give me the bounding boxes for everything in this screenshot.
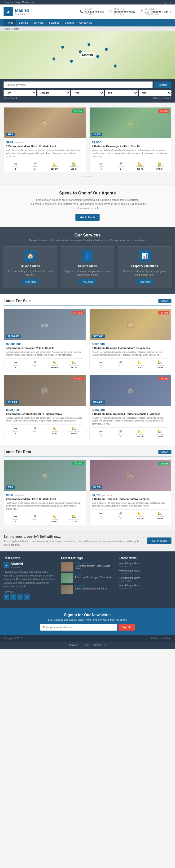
footer-news-3-title: News title goes here [119,577,171,579]
sale-property-3: 🏢 $370,000 For Sale $370,000 2 Bedroom R… [4,375,86,440]
footer-twitter-icon[interactable]: t [4,594,9,600]
nav-journal[interactable]: Journal [62,19,77,27]
footer-listing-1-price: $988 per month [75,562,114,565]
plot-icon: 📐 [45,514,64,518]
footer-nav-contact[interactable]: Contact Us [94,644,106,647]
services-title: Our Services [4,233,171,238]
rent-2-content: $1,760 per month 2 Bedroom Terraced Hous… [90,491,171,522]
footer-news-2-date: May 20, 2016 [119,572,171,575]
newsletter-signup-button[interactable]: Sign Up [118,624,135,630]
service-2-button[interactable]: Read More [79,279,96,284]
sell-title: Selling your property? Sell with us... [4,535,144,538]
footer-googleplus-icon[interactable]: g+ [17,594,23,600]
google-plus-icon[interactable]: g+ [165,1,168,4]
bottom-bar: Copyright © 2016 Built on WordPress [0,635,175,642]
sale-2-price-badge: $687,000 [91,335,105,338]
breadcrumb-home[interactable]: Home [4,28,10,30]
map-city-label: Madrid [80,53,95,58]
map-section[interactable]: Madrid [0,31,175,79]
plot-icon: 📐 [45,361,64,364]
latest-sale-header: Latest For Sale View All [4,299,171,306]
nav-features[interactable]: Features [46,19,62,27]
footer-news-1-date: May 20, 2016 [119,565,171,567]
bath-icon: 🚿 [111,512,130,515]
plot-icon: 📐 [131,512,149,515]
map-pin-4 [69,59,74,63]
bed-icon: 🛏 [92,361,111,364]
contact-location: 📍 Our Location Ctr. Principal + Edif. 7 … [140,8,171,16]
services-section: Our Services Please find more informatio… [0,227,175,294]
rent-1-price-badge: $988 [6,486,14,489]
latest-rent-view-all[interactable]: View All [158,450,171,454]
top-bar-contact[interactable]: Contact Us [22,1,34,4]
location-filter[interactable]: Location [37,90,70,96]
min-filter[interactable]: Min [105,90,138,96]
search-filters: City Location Type Min Max [4,90,171,96]
footer-news-3: News title goes here May 20, 2016 [119,577,171,582]
service-3-button[interactable]: Read More [136,279,153,284]
chart-icon: 📊 [141,253,148,259]
nav-services[interactable]: Services [31,19,46,27]
follow-label: Follow us: [4,590,56,593]
latest-sale-view-all[interactable]: View All [158,299,171,303]
property-2-plot: 📐 Plot Size 480 m² [131,162,149,170]
footer-listing-3-title: 2 Bedroom Refurbished Flat in... [75,587,114,590]
agent-contact-button[interactable]: Get in Touch [76,214,99,221]
living-icon-2: 🏡 [150,162,169,166]
search-bar: Search City Location Type Min Max Basic … [0,79,175,102]
home-icon: 🏠 [27,253,34,259]
footer-about-col: Real Estate ▲ Madrid Real Estate Etiam p… [4,556,56,600]
twitter-icon[interactable]: t [160,1,161,4]
rent-1-price: $988 per month [6,493,83,497]
sale-3-price: $370,000 [6,408,83,412]
footer: Real Estate ▲ Madrid Real Estate Etiam p… [0,551,175,608]
footer-linkedin-icon[interactable]: in [24,594,30,600]
living-icon: 🏡 [65,514,83,518]
sale-2-desc: Aenean lacinia bibendum nulla sed consec… [92,350,169,356]
property-1-status-badge: For Rent [72,110,84,113]
city-filter[interactable]: City [4,90,36,96]
contact-hours: 🕐 Office Hours Monday to Friday 9am - 9p… [109,8,135,16]
nav-home[interactable]: Home [4,19,16,27]
sale-1-title: 4 Bedroom Extravagant Villa in Castilla [6,347,83,349]
footer-facebook-icon[interactable]: f [10,594,16,600]
facebook-icon[interactable]: f [163,1,163,4]
linkedin-icon[interactable]: in [170,1,171,4]
property-1-baths: 🚿 Baths 1 [26,162,44,170]
phone-icon: 📞 [80,10,84,13]
clock-icon: 🕐 [109,10,113,13]
sell-section: Selling your property? Sell with us... F… [0,530,175,551]
service-1-button[interactable]: Read More [22,279,39,284]
type-filter[interactable]: Type [71,90,104,96]
nav-listings[interactable]: Listings [16,19,30,27]
agent-section: Speak to One of Our Agents Lorem ipsum d… [0,185,175,227]
sale-4-status-badge: For Sale [158,377,169,380]
property-2-beds: 🛏 Beds 4 [92,162,111,170]
sale-1-price: $7,800,000 [6,342,83,346]
nav-contact[interactable]: Contact Us [77,19,95,27]
top-bar-services[interactable]: Services [4,1,12,4]
built-on-text: Built on WordPress [151,637,171,640]
services-subtitle: Please find more information about the r… [4,239,171,242]
footer-nav-services[interactable]: Services [69,644,78,647]
property-2-price-badge: $1,800 [91,133,103,136]
advanced-search-link[interactable]: Advanced Search [153,97,171,100]
latest-rent-header: Latest For Rent View All [4,450,171,457]
sale-1-status-badge: For Sale [72,311,84,314]
sell-contact-button[interactable]: Get in Touch [147,537,171,544]
search-button[interactable]: Search [154,82,171,88]
property-1-price-badge: $988 [6,133,14,136]
footer-news-4: News title goes here May 20, 2016 [119,584,171,589]
basic-search-link[interactable]: Basic Search [4,97,18,100]
location-label: Our Location [145,8,171,10]
property-2-title: 4 Bedroom Extravagant Villa in Castilla [92,145,169,148]
sale-property-1-image: 🏘 $7,800,000 For Sale [4,309,86,340]
living-icon: 🏡 [65,427,83,430]
hours-days: Monday to Friday [114,10,135,13]
newsletter-email-input[interactable] [40,624,117,630]
search-input[interactable] [4,82,152,88]
footer-listings-col: Latest Listings $988 per month 2 Bedroom… [61,556,114,600]
footer-nav-blog[interactable]: Blog [84,644,88,647]
max-filter[interactable]: Max [139,90,171,96]
top-bar-blog[interactable]: Blog [15,1,20,4]
